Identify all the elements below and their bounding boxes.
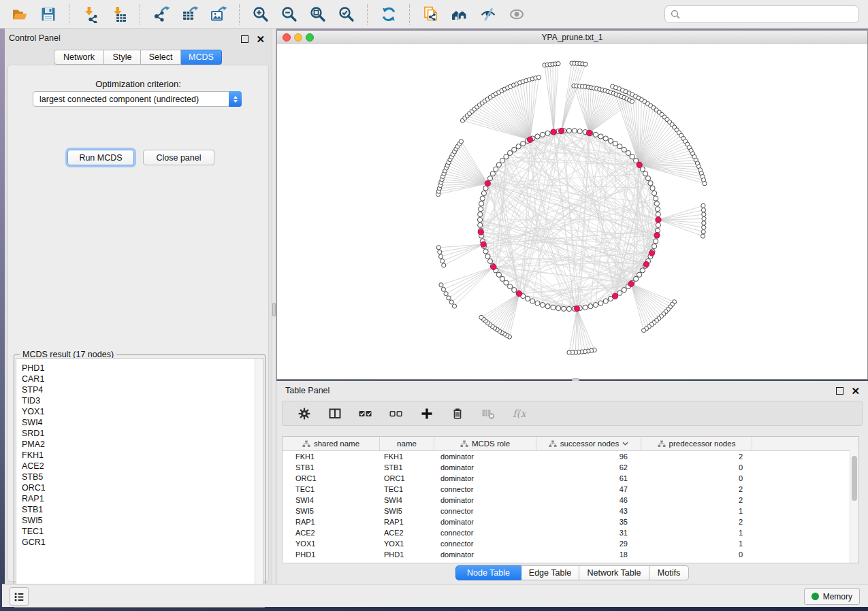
mcds-result-item[interactable]: SWI4 bbox=[22, 417, 263, 428]
tab-node-table[interactable]: Node Table bbox=[455, 565, 521, 580]
network-canvas[interactable] bbox=[277, 44, 867, 379]
mcds-result-item[interactable]: CAR1 bbox=[22, 374, 263, 384]
zoom-out-button[interactable] bbox=[278, 3, 300, 25]
network-graph[interactable] bbox=[277, 44, 867, 379]
mcds-result-item[interactable]: ORC1 bbox=[22, 482, 263, 493]
column-settings-button[interactable] bbox=[296, 406, 312, 422]
mcds-result-item[interactable]: SRD1 bbox=[22, 428, 263, 439]
tab-select[interactable]: Select bbox=[141, 50, 181, 65]
mcds-result-item[interactable]: PHD1 bbox=[22, 363, 263, 374]
splitter-handle[interactable] bbox=[272, 303, 276, 316]
first-neighbors-icon bbox=[451, 5, 468, 23]
zoom-selected-button[interactable] bbox=[336, 3, 357, 25]
first-neighbors-button[interactable] bbox=[449, 3, 470, 25]
table-row[interactable]: STB1STB1dominator620 bbox=[283, 462, 858, 473]
mcds-result-group: MCDS result (17 nodes) PHD1CAR1STP4TID3Y… bbox=[14, 354, 266, 608]
table-row[interactable]: ACE2ACE2connector311 bbox=[283, 527, 858, 538]
export-network-button[interactable] bbox=[150, 3, 172, 25]
mcds-result-item[interactable]: TEC1 bbox=[22, 526, 263, 537]
table-row[interactable]: RAP1RAP1dominator352 bbox=[283, 516, 858, 527]
tab-style[interactable]: Style bbox=[104, 50, 141, 65]
close-table-panel-icon[interactable]: ✕ bbox=[851, 388, 860, 394]
scrollbar-thumb[interactable] bbox=[852, 456, 857, 501]
network-window-title: YPA_prune.txt_1 bbox=[277, 33, 867, 42]
column-label: MCDS role bbox=[472, 440, 510, 448]
column-header-successor-nodes[interactable]: successor nodes bbox=[536, 437, 641, 450]
tab-mcds[interactable]: MCDS bbox=[181, 50, 222, 65]
cell-successor-nodes: 61 bbox=[536, 474, 641, 482]
optimization-criterion-select[interactable]: largest connected component (undirected) bbox=[33, 91, 242, 107]
table-scrollbar[interactable] bbox=[850, 450, 858, 563]
column-header-predecessor-nodes[interactable]: predecessor nodes bbox=[641, 437, 752, 450]
mcds-result-item[interactable]: FKH1 bbox=[22, 450, 263, 461]
hide-selected-button[interactable] bbox=[477, 3, 499, 25]
tab-network-table[interactable]: Network Table bbox=[579, 565, 649, 580]
float-panel-icon[interactable] bbox=[241, 35, 248, 43]
table-row[interactable]: SWI4SWI4dominator462 bbox=[283, 495, 858, 506]
table-row[interactable]: PHD1PHD1dominator180 bbox=[283, 549, 858, 560]
export-table-button[interactable] bbox=[179, 3, 201, 25]
column-settings-icon bbox=[298, 407, 311, 420]
float-table-panel-icon[interactable] bbox=[836, 387, 843, 395]
table-row[interactable]: SWI5SWI5connector431 bbox=[283, 506, 858, 516]
mcds-result-item[interactable]: STB5 bbox=[22, 472, 263, 482]
tab-network[interactable]: Network bbox=[54, 50, 104, 65]
mcds-result-item[interactable]: RAP1 bbox=[22, 493, 263, 504]
task-history-button[interactable] bbox=[10, 587, 29, 606]
mcds-result-item[interactable]: PMA2 bbox=[22, 439, 263, 450]
refresh-button[interactable] bbox=[378, 3, 400, 25]
delete-row-button[interactable] bbox=[449, 406, 466, 422]
column-header-MCDS-role[interactable]: MCDS role bbox=[434, 437, 536, 450]
mcds-result-item[interactable]: ACE2 bbox=[22, 461, 263, 472]
table-row[interactable]: FKH1FKH1dominator962 bbox=[283, 451, 858, 462]
select-all-icon bbox=[359, 407, 372, 420]
mcds-result-item[interactable]: GCR1 bbox=[22, 537, 263, 548]
add-row-button[interactable] bbox=[419, 406, 435, 422]
mcds-result-item[interactable]: STB1 bbox=[22, 504, 263, 515]
zoom-fit-button[interactable] bbox=[307, 3, 329, 25]
tab-edge-table[interactable]: Edge Table bbox=[521, 565, 579, 580]
cell-name: FKH1 bbox=[380, 452, 434, 461]
memory-button[interactable]: Memory bbox=[804, 588, 860, 605]
new-network-from-selection-button[interactable] bbox=[420, 3, 442, 25]
column-header-shared-name[interactable]: shared name bbox=[283, 437, 380, 450]
toolbar-separator bbox=[409, 4, 411, 24]
network-window-titlebar[interactable]: YPA_prune.txt_1 bbox=[277, 31, 867, 45]
import-network-button[interactable] bbox=[80, 3, 101, 25]
vertical-splitter[interactable] bbox=[272, 29, 276, 584]
tab-motifs[interactable]: Motifs bbox=[649, 565, 689, 580]
network-window: YPA_prune.txt_1 bbox=[276, 30, 868, 380]
mcds-result-item[interactable]: YOX1 bbox=[22, 406, 263, 417]
search-icon bbox=[671, 10, 680, 19]
cell-predecessor-nodes: 0 bbox=[641, 474, 752, 482]
export-image-button[interactable] bbox=[208, 3, 229, 25]
table-row[interactable]: YOX1YOX1connector291 bbox=[283, 538, 858, 549]
search-input[interactable] bbox=[680, 9, 846, 20]
result-scrollbar[interactable] bbox=[255, 359, 263, 605]
table-panel: Table Panel ✕ f(x) shared namenameMCDS r… bbox=[276, 381, 868, 584]
cell-MCDS-role: connector bbox=[434, 485, 536, 493]
mcds-result-item[interactable]: STP4 bbox=[22, 384, 263, 395]
table-row[interactable]: ORC1ORC1dominator610 bbox=[283, 473, 858, 484]
column-header-name[interactable]: name bbox=[380, 437, 434, 450]
import-table-button[interactable] bbox=[108, 3, 130, 25]
column-namespace-icon bbox=[658, 440, 666, 448]
save-button[interactable] bbox=[37, 3, 59, 25]
cell-name: SWI5 bbox=[380, 507, 434, 515]
optimization-criterion-value: largest connected component (undirected) bbox=[33, 95, 229, 104]
column-label: predecessor nodes bbox=[669, 440, 736, 448]
cell-MCDS-role: dominator bbox=[434, 518, 536, 526]
close-panel-button[interactable]: Close panel bbox=[143, 150, 214, 165]
mcds-result-item[interactable]: SWI5 bbox=[22, 515, 263, 526]
mcds-result-item[interactable]: TID3 bbox=[22, 395, 263, 406]
zoom-selected-icon bbox=[338, 5, 355, 23]
deselect-all-button[interactable] bbox=[388, 406, 404, 422]
close-panel-icon[interactable]: ✕ bbox=[256, 36, 265, 42]
table-row[interactable]: TEC1TEC1connector472 bbox=[283, 484, 858, 495]
control-panel: Control Panel ✕ NetworkStyleSelectMCDS O… bbox=[5, 29, 272, 584]
select-all-button[interactable] bbox=[357, 406, 374, 422]
run-mcds-button[interactable]: Run MCDS bbox=[67, 150, 134, 165]
show-columns-button[interactable] bbox=[327, 406, 343, 422]
zoom-in-button[interactable] bbox=[250, 3, 272, 25]
open-button[interactable] bbox=[9, 3, 31, 25]
